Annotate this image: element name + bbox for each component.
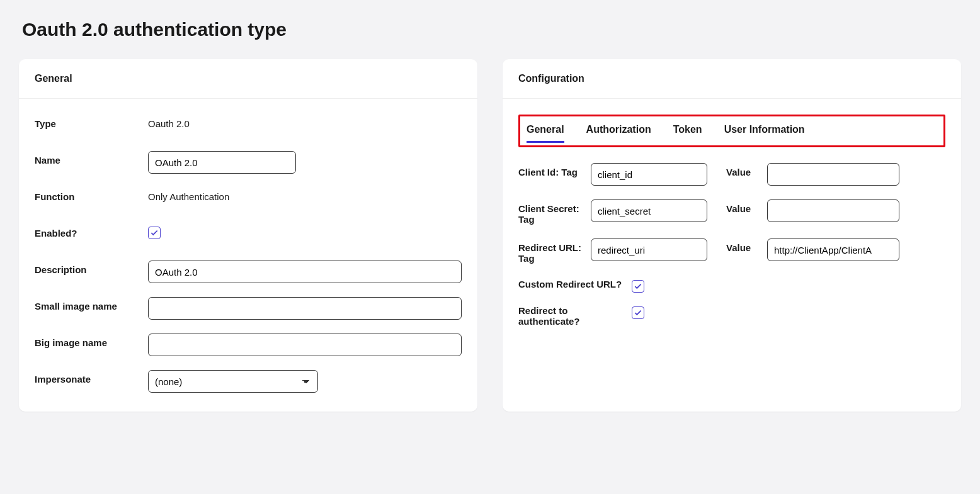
type-value: Oauth 2.0 [148, 115, 462, 129]
redirect-url-tag-input[interactable] [591, 239, 707, 261]
custom-redirect-label: Custom Redirect URL? [518, 278, 632, 289]
client-secret-tag-label: Client Secret: Tag [518, 199, 584, 225]
function-value: Only Authentication [148, 188, 462, 202]
tab-token[interactable]: Token [673, 120, 702, 142]
name-label: Name [35, 151, 148, 166]
description-input[interactable] [148, 261, 462, 283]
big-image-input[interactable] [148, 334, 462, 356]
name-input[interactable] [148, 151, 296, 174]
redirect-url-tag-label: Redirect URL: Tag [518, 239, 584, 264]
redirect-url-value-label: Value [726, 239, 761, 253]
client-secret-value-label: Value [726, 199, 761, 214]
configuration-card: Configuration General Authorization Toke… [503, 59, 961, 412]
config-tabs: General Authorization Token User Informa… [518, 115, 945, 147]
redirect-authenticate-label: Redirect to authenticate? [518, 304, 632, 327]
client-secret-tag-input[interactable] [591, 199, 707, 222]
configuration-card-header: Configuration [503, 59, 961, 99]
big-image-label: Big image name [35, 334, 148, 348]
impersonate-select[interactable]: (none) [148, 370, 318, 393]
small-image-label: Small image name [35, 297, 148, 312]
enabled-checkbox[interactable] [148, 227, 161, 239]
redirect-authenticate-checkbox[interactable] [632, 306, 644, 319]
type-label: Type [35, 115, 148, 129]
client-id-value-label: Value [726, 163, 761, 177]
client-id-tag-label: Client Id: Tag [518, 163, 584, 177]
client-id-value-input[interactable] [767, 163, 899, 186]
client-secret-value-input[interactable] [767, 199, 899, 222]
page-title: Oauth 2.0 authentication type [22, 19, 961, 40]
check-icon [634, 282, 642, 291]
impersonate-label: Impersonate [35, 370, 148, 385]
client-id-tag-input[interactable] [591, 163, 707, 186]
check-icon [150, 228, 159, 237]
custom-redirect-checkbox[interactable] [632, 280, 644, 293]
redirect-url-value-input[interactable] [767, 239, 899, 261]
small-image-input[interactable] [148, 297, 462, 320]
description-label: Description [35, 261, 148, 275]
tab-authorization[interactable]: Authorization [586, 120, 651, 142]
tab-user-information[interactable]: User Information [724, 120, 805, 142]
general-card-header: General [19, 59, 477, 99]
tab-general[interactable]: General [527, 120, 564, 142]
function-label: Function [35, 188, 148, 202]
general-card: General Type Oauth 2.0 Name Function Onl… [19, 59, 477, 412]
enabled-label: Enabled? [35, 224, 148, 239]
check-icon [634, 308, 642, 317]
